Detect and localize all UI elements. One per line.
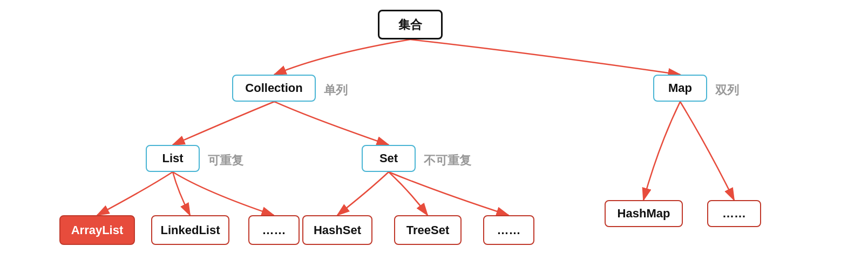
label-not-repeatable: 不可重复 [424,152,471,169]
node-set: Set [362,145,416,172]
diagram: 集合 Collection Map 单列 双列 List 可重复 Set 不可重… [0,0,868,279]
label-double: 双列 [715,82,739,98]
node-map-etc: …… [707,200,761,227]
node-list: List [146,145,200,172]
label-single: 单列 [324,82,348,98]
node-map: Map [653,75,707,102]
node-hashset: HashSet [302,215,372,245]
node-root: 集合 [378,10,443,39]
node-treeset: TreeSet [394,215,462,245]
node-arraylist: ArrayList [59,215,135,245]
node-linkedlist: LinkedList [151,215,229,245]
node-set-etc: …… [483,215,534,245]
node-collection: Collection [232,75,316,102]
node-list-etc: …… [248,215,300,245]
label-repeatable: 可重复 [208,152,243,169]
node-hashmap: HashMap [605,200,683,227]
